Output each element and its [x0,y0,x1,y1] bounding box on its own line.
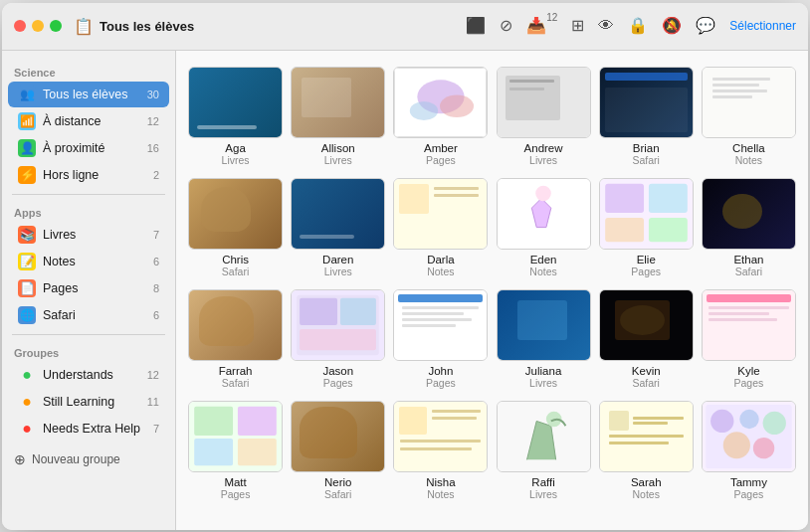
new-group-icon: ⊕ [14,451,26,467]
sidebar-item-safari[interactable]: 🌐 Safari 6 [8,302,169,328]
student-darla-name: Darla [427,254,454,266]
block-icon[interactable]: ⊘ [500,16,512,35]
student-juliana-name: Juliana [525,365,561,377]
grid-icon[interactable]: ⊞ [571,16,584,35]
lock-icon[interactable]: 🔒 [628,16,648,35]
student-farrah[interactable]: Farrah Safari [188,289,283,389]
student-brian-name: Brian [633,142,660,154]
sidebar-item-understands[interactable]: ● Understands 12 [8,362,169,388]
student-darla-thumb [393,178,488,250]
proximity-count: 16 [147,142,159,154]
maximize-button[interactable] [50,20,62,32]
select-button[interactable]: Sélectionner [729,19,796,33]
sidebar-item-needs-help[interactable]: ● Needs Extra Help 7 [8,416,169,442]
livres-icon: 📚 [18,226,36,244]
sidebar-item-notes[interactable]: 📝 Notes 6 [8,249,169,274]
distance-count: 12 [147,115,159,127]
divider-1 [12,194,165,195]
close-button[interactable] [14,20,26,32]
student-chella-thumb [702,67,796,138]
sidebar-item-distance[interactable]: 📶 À distance 12 [8,108,169,134]
proximity-label: À proximité [43,141,140,155]
groups-section-label: Groupes [2,341,175,361]
student-brian[interactable]: Brian Safari [599,67,694,166]
traffic-lights [14,20,62,32]
new-group-button[interactable]: ⊕ Nouveau groupe [2,445,175,473]
student-nisha-thumb [393,401,488,472]
student-juliana[interactable]: Juliana Livres [496,289,590,389]
proximity-icon: 👤 [18,139,36,157]
student-farrah-name: Farrah [219,365,253,377]
minimize-button[interactable] [32,20,44,32]
student-nerio-app: Safari [324,488,351,500]
student-daren[interactable]: Daren Livres [291,178,385,277]
student-tammy[interactable]: Tammy Pages [702,401,796,500]
student-chris-app: Safari [222,266,249,277]
chat-icon[interactable]: 💬 [696,16,715,35]
student-elie[interactable]: Elie Pages [599,178,694,277]
student-allison-app: Livres [324,154,352,166]
svg-point-18 [710,409,733,432]
all-students-count: 30 [147,89,159,100]
student-chris[interactable]: Chris Safari [188,178,283,277]
student-darla[interactable]: Darla Notes [393,178,488,277]
student-jason-name: Jason [322,365,353,377]
student-brian-thumb [599,67,694,138]
svg-rect-7 [649,217,688,241]
student-aga-thumb [188,67,283,138]
student-eden-app: Notes [529,266,556,277]
student-nisha-app: Notes [427,488,454,500]
svg-point-20 [763,411,786,434]
inbox-badge: 12 [546,12,557,23]
window-title: Tous les élèves [100,19,194,34]
student-aga[interactable]: Aga Livres [188,67,283,166]
student-amber-name: Amber [424,142,458,154]
window-icon: 📋 [74,17,94,36]
student-eden-thumb [497,178,591,250]
student-nisha-name: Nisha [426,476,455,488]
sidebar-item-pages[interactable]: 📄 Pages 8 [8,275,169,301]
svg-rect-4 [605,183,644,212]
sidebar-item-proximity[interactable]: 👤 À proximité 16 [8,135,169,161]
content-area: Aga Livres Allison Livres [176,51,808,530]
student-chella[interactable]: Chella Notes [702,67,796,166]
student-chella-name: Chella [732,142,765,154]
student-darla-app: Notes [427,266,454,277]
student-aga-name: Aga [225,142,245,154]
svg-point-2 [440,94,474,117]
student-nerio[interactable]: Nerio Safari [291,401,385,500]
student-john-thumb [393,289,488,361]
svg-rect-14 [194,438,233,464]
student-nisha[interactable]: Nisha Notes [393,401,488,500]
student-john[interactable]: John Pages [393,289,488,389]
student-jason[interactable]: Jason Pages [291,289,385,389]
sidebar-item-offline[interactable]: ⚡ Hors ligne 2 [8,162,169,188]
understands-label: Understands [43,368,140,382]
student-amber[interactable]: Amber Pages [393,67,488,166]
inbox-icon[interactable]: 📥12 [526,16,557,35]
student-eden[interactable]: Eden Notes [496,178,590,277]
student-kyle[interactable]: Kyle Pages [702,289,796,389]
offline-icon: ⚡ [18,166,36,184]
student-farrah-thumb [188,289,283,361]
new-group-label: Nouveau groupe [32,452,120,466]
student-kevin[interactable]: Kevin Safari [599,289,694,389]
needs-help-icon: ● [18,420,36,438]
sidebar-item-all-students[interactable]: 👥 Tous les élèves 30 [8,82,169,107]
still-learning-label: Still Learning [43,395,140,409]
student-raffi[interactable]: Raffi Livres [496,401,590,500]
window-title-area: 📋 Tous les élèves [74,17,466,36]
mute-icon[interactable]: 🔕 [662,16,682,35]
student-allison[interactable]: Allison Livres [291,67,385,166]
layers-icon[interactable]: ⬛ [466,16,486,35]
student-matt[interactable]: Matt Pages [188,401,283,500]
student-andrew[interactable]: Andrew Livres [496,67,590,166]
sidebar-item-livres[interactable]: 📚 Livres 7 [8,222,169,248]
student-kyle-thumb [702,289,796,361]
pages-icon: 📄 [18,279,36,297]
eye-icon[interactable]: 👁 [598,17,614,35]
student-ethan[interactable]: Ethan Safari [702,178,796,277]
sidebar-item-still-learning[interactable]: ● Still Learning 11 [8,389,169,415]
student-andrew-thumb [497,67,591,138]
student-sarah[interactable]: Sarah Notes [599,401,694,500]
